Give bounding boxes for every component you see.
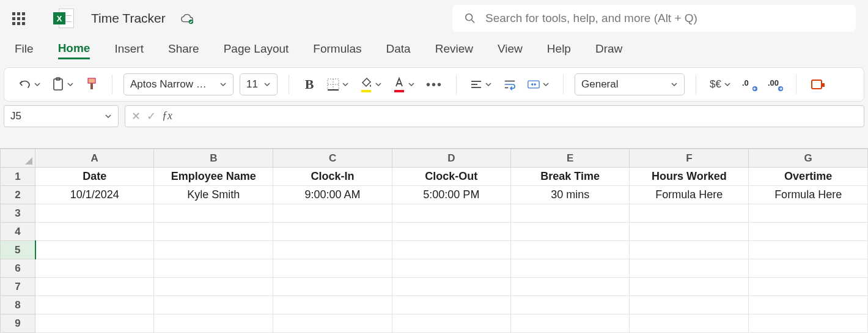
cell-E1[interactable]: Break Time — [511, 168, 630, 186]
select-all-corner[interactable] — [1, 149, 35, 168]
cell-D9[interactable] — [392, 314, 510, 333]
row-header-1[interactable]: 1 — [1, 168, 35, 186]
column-header-E[interactable]: E — [511, 149, 630, 168]
column-header-B[interactable]: B — [154, 149, 273, 168]
cell-G3[interactable] — [749, 204, 868, 223]
document-title[interactable]: Time Tracker — [91, 11, 166, 26]
cell-B7[interactable] — [154, 278, 273, 296]
cell-E8[interactable] — [511, 296, 630, 314]
fx-icon[interactable]: ƒx — [162, 109, 172, 123]
cell-A9[interactable] — [35, 314, 154, 333]
cell-G4[interactable] — [749, 223, 868, 241]
cell-G8[interactable] — [749, 296, 868, 314]
font-size-select[interactable]: 11 — [240, 73, 278, 95]
cell-E5[interactable] — [511, 241, 630, 259]
cell-A3[interactable] — [35, 204, 154, 223]
tab-file[interactable]: File — [15, 42, 34, 58]
font-color-button[interactable] — [391, 74, 417, 95]
cell-F2[interactable]: Formula Here — [630, 186, 749, 204]
align-button[interactable] — [468, 74, 495, 95]
tab-formulas[interactable]: Formulas — [313, 42, 361, 58]
cell-B4[interactable] — [154, 223, 273, 241]
row-header-9[interactable]: 9 — [1, 314, 35, 333]
cell-G7[interactable] — [749, 278, 868, 296]
save-status-icon[interactable] — [180, 13, 194, 23]
cell-B9[interactable] — [154, 314, 273, 333]
more-font-options[interactable]: ••• — [424, 74, 445, 95]
wrap-text-button[interactable] — [501, 74, 519, 95]
cell-F1[interactable]: Hours Worked — [630, 168, 749, 186]
cell-A2[interactable]: 10/1/2024 — [35, 186, 154, 204]
increase-decimal-button[interactable]: .00 — [765, 74, 785, 95]
cell-B2[interactable]: Kyle Smith — [154, 186, 273, 204]
tab-data[interactable]: Data — [386, 42, 411, 58]
cell-G9[interactable] — [749, 314, 868, 333]
row-header-2[interactable]: 2 — [1, 186, 35, 204]
cell-C3[interactable] — [273, 204, 392, 223]
cell-F3[interactable] — [630, 204, 749, 223]
cell-C4[interactable] — [273, 223, 392, 241]
cell-G5[interactable] — [749, 241, 868, 259]
app-launcher-icon[interactable] — [12, 12, 25, 25]
row-header-5[interactable]: 5 — [1, 241, 35, 259]
cell-D5[interactable] — [392, 241, 510, 259]
cell-F9[interactable] — [630, 314, 749, 333]
cell-D7[interactable] — [392, 278, 510, 296]
cell-E7[interactable] — [511, 278, 630, 296]
cell-C8[interactable] — [273, 296, 392, 314]
cell-G6[interactable] — [749, 259, 868, 278]
cell-G1[interactable]: Overtime — [749, 168, 868, 186]
spreadsheet-grid[interactable]: ABCDEFG1DateEmployee NameClock-InClock-O… — [0, 148, 868, 334]
cell-A6[interactable] — [35, 259, 154, 278]
cell-D3[interactable] — [392, 204, 510, 223]
cell-D6[interactable] — [392, 259, 510, 278]
cell-A1[interactable]: Date — [35, 168, 154, 186]
tab-draw[interactable]: Draw — [595, 42, 622, 58]
cancel-formula-icon[interactable]: ✕ — [131, 109, 141, 123]
column-header-G[interactable]: G — [749, 149, 868, 168]
row-header-7[interactable]: 7 — [1, 278, 35, 296]
search-box[interactable]: Search for tools, help, and more (Alt + … — [452, 5, 856, 32]
cell-F7[interactable] — [630, 278, 749, 296]
tab-view[interactable]: View — [498, 42, 523, 58]
currency-button[interactable]: $€ — [707, 74, 734, 95]
cell-E3[interactable] — [511, 204, 630, 223]
clipboard-button[interactable] — [50, 74, 76, 95]
cell-E6[interactable] — [511, 259, 630, 278]
borders-button[interactable] — [325, 74, 351, 95]
row-header-6[interactable]: 6 — [1, 259, 35, 278]
cell-C1[interactable]: Clock-In — [273, 168, 392, 186]
cell-C6[interactable] — [273, 259, 392, 278]
column-header-A[interactable]: A — [35, 149, 154, 168]
row-header-4[interactable]: 4 — [1, 223, 35, 241]
name-box[interactable]: J5 — [4, 105, 119, 127]
cell-C2[interactable]: 9:00:00 AM — [273, 186, 392, 204]
tab-insert[interactable]: Insert — [114, 42, 144, 58]
merge-button[interactable] — [525, 74, 552, 95]
cell-A7[interactable] — [35, 278, 154, 296]
cell-D2[interactable]: 5:00:00 PM — [392, 186, 510, 204]
cell-E4[interactable] — [511, 223, 630, 241]
cell-E9[interactable] — [511, 314, 630, 333]
cell-A8[interactable] — [35, 296, 154, 314]
column-header-D[interactable]: D — [392, 149, 510, 168]
cell-A4[interactable] — [35, 223, 154, 241]
conditional-format-button[interactable] — [807, 74, 826, 95]
bold-button[interactable]: B — [300, 74, 318, 95]
tab-home[interactable]: Home — [58, 42, 90, 59]
cell-C5[interactable] — [273, 241, 392, 259]
cell-F8[interactable] — [630, 296, 749, 314]
cell-B5[interactable] — [154, 241, 273, 259]
cell-F5[interactable] — [630, 241, 749, 259]
row-header-3[interactable]: 3 — [1, 204, 35, 223]
cell-E2[interactable]: 30 mins — [511, 186, 630, 204]
undo-button[interactable] — [15, 74, 43, 95]
cell-D8[interactable] — [392, 296, 510, 314]
cell-D1[interactable]: Clock-Out — [392, 168, 510, 186]
row-header-8[interactable]: 8 — [1, 296, 35, 314]
font-name-select[interactable]: Aptos Narrow … — [123, 73, 234, 95]
cell-C9[interactable] — [273, 314, 392, 333]
number-format-select[interactable]: General — [575, 73, 685, 95]
cell-D4[interactable] — [392, 223, 510, 241]
column-header-C[interactable]: C — [273, 149, 392, 168]
